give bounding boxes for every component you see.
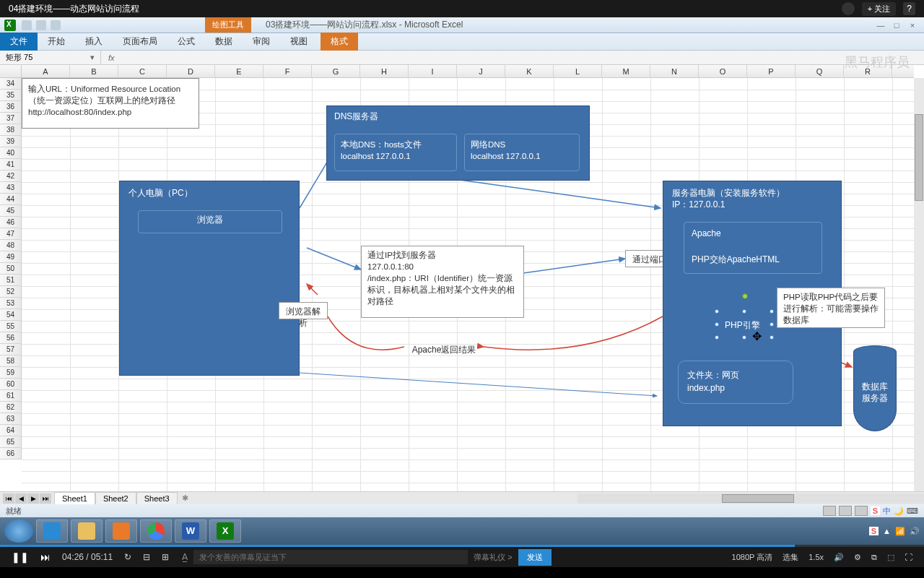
- row-header[interactable]: 38: [0, 124, 22, 136]
- resize-handle[interactable]: [742, 335, 746, 340]
- fullscreen-icon[interactable]: ⛶: [905, 553, 912, 561]
- tray-network-icon[interactable]: 📶: [895, 527, 905, 536]
- page-layout-icon[interactable]: [839, 506, 852, 516]
- taskbar-ie[interactable]: [36, 519, 68, 543]
- row-header[interactable]: 36: [0, 101, 22, 113]
- row-header[interactable]: 46: [0, 217, 22, 228]
- tab-review[interactable]: 审阅: [243, 33, 280, 51]
- hscroll-thumb[interactable]: [722, 494, 794, 503]
- fx-icon[interactable]: fx: [101, 53, 122, 62]
- sheet-tab-1[interactable]: Sheet1: [54, 492, 95, 504]
- ime-cn-icon[interactable]: 中: [883, 506, 891, 517]
- first-sheet-icon[interactable]: ⏮: [3, 493, 14, 504]
- danmu-etiquette[interactable]: 弹幕礼仪 >: [474, 552, 512, 563]
- row-header[interactable]: 57: [0, 344, 22, 355]
- select-all-corner[interactable]: [0, 65, 22, 77]
- sheet-tab-3[interactable]: Sheet3: [136, 492, 178, 504]
- last-sheet-icon[interactable]: ⏭: [40, 493, 51, 504]
- row-header[interactable]: 40: [0, 147, 22, 159]
- col-header[interactable]: D: [167, 65, 215, 77]
- tab-format[interactable]: 格式: [321, 33, 358, 51]
- wide-icon[interactable]: ⬚: [887, 553, 894, 562]
- pc-box[interactable]: 个人电脑（PC） 浏览器: [119, 181, 300, 376]
- col-header[interactable]: Q: [796, 65, 844, 77]
- row-header[interactable]: 55: [0, 321, 22, 332]
- vscroll-thumb[interactable]: [915, 114, 923, 201]
- vertical-scrollbar[interactable]: [914, 78, 924, 491]
- row-header[interactable]: 41: [0, 159, 22, 171]
- row-header[interactable]: 42: [0, 171, 22, 182]
- new-sheet-icon[interactable]: ✱: [178, 493, 193, 503]
- row-header[interactable]: 63: [0, 413, 22, 425]
- row-header[interactable]: 62: [0, 402, 22, 413]
- col-header[interactable]: H: [360, 65, 409, 77]
- maximize-icon[interactable]: □: [889, 20, 904, 30]
- row-header[interactable]: 65: [0, 436, 22, 448]
- row-header[interactable]: 59: [0, 367, 22, 379]
- prev-sheet-icon[interactable]: ◀: [15, 493, 27, 504]
- redo-icon[interactable]: [51, 20, 61, 30]
- row-header[interactable]: 52: [0, 286, 22, 298]
- resize-handle[interactable]: [715, 322, 719, 327]
- col-header[interactable]: E: [215, 65, 263, 77]
- col-header[interactable]: F: [263, 65, 312, 77]
- taskbar-media[interactable]: [105, 519, 137, 543]
- start-button[interactable]: [4, 519, 33, 543]
- undo-icon[interactable]: [36, 20, 46, 30]
- row-header[interactable]: 60: [0, 379, 22, 390]
- resize-handle[interactable]: [715, 335, 719, 340]
- ime-keyboard-icon[interactable]: ⌨: [907, 506, 918, 516]
- quality-selector[interactable]: 1080P 高清: [732, 552, 773, 563]
- row-header[interactable]: 58: [0, 355, 22, 367]
- cell-area[interactable]: DNS服务器 本地DNS：hosts文件 localhost 127.0.0.1…: [22, 78, 914, 491]
- name-box[interactable]: 矩形 75 ▾: [0, 51, 101, 64]
- col-header[interactable]: C: [118, 65, 167, 77]
- resize-handle[interactable]: [770, 309, 774, 314]
- row-header[interactable]: 50: [0, 263, 22, 275]
- taskbar-explorer[interactable]: [71, 519, 103, 543]
- row-header[interactable]: 43: [0, 182, 22, 194]
- settings-icon[interactable]: ⚙: [854, 553, 861, 562]
- col-header[interactable]: I: [409, 65, 457, 77]
- episode-selector[interactable]: 选集: [783, 552, 798, 563]
- row-header[interactable]: 34: [0, 78, 22, 90]
- dns-server-box[interactable]: DNS服务器 本地DNS：hosts文件 localhost 127.0.0.1…: [326, 105, 590, 181]
- col-header[interactable]: A: [22, 65, 70, 77]
- row-header[interactable]: 35: [0, 90, 22, 101]
- row-header[interactable]: 49: [0, 251, 22, 263]
- row-header[interactable]: 39: [0, 136, 22, 147]
- taskbar-excel[interactable]: X: [209, 519, 241, 543]
- row-header[interactable]: 37: [0, 113, 22, 124]
- resize-handle[interactable]: [770, 322, 774, 327]
- col-header[interactable]: G: [312, 65, 360, 77]
- taskbar-chrome[interactable]: [140, 519, 172, 543]
- col-header[interactable]: L: [554, 65, 602, 77]
- row-header[interactable]: 61: [0, 390, 22, 402]
- resize-handle[interactable]: [770, 335, 774, 340]
- volume-icon[interactable]: 🔊: [834, 553, 844, 562]
- uploader-avatar[interactable]: [842, 2, 855, 15]
- normal-view-icon[interactable]: [823, 506, 836, 516]
- spreadsheet-grid[interactable]: ABCDEFGHIJKLMNOPQR 343536373839404142434…: [0, 65, 924, 491]
- row-header[interactable]: 53: [0, 298, 22, 309]
- tab-formula[interactable]: 公式: [167, 33, 205, 51]
- row-header[interactable]: 44: [0, 194, 22, 205]
- php-engine-shape[interactable]: PHP引擎: [725, 319, 760, 332]
- pause-button[interactable]: ❚❚: [12, 551, 29, 563]
- page-break-icon[interactable]: [855, 506, 868, 516]
- col-header[interactable]: O: [699, 65, 747, 77]
- col-header[interactable]: J: [457, 65, 505, 77]
- tray-flag-icon[interactable]: ▲: [883, 527, 891, 535]
- taskbar-word[interactable]: W: [175, 519, 206, 543]
- next-sheet-icon[interactable]: ▶: [27, 493, 39, 504]
- row-header[interactable]: 48: [0, 240, 22, 251]
- next-button[interactable]: ⏭: [40, 551, 51, 563]
- row-header[interactable]: 64: [0, 425, 22, 436]
- help-icon[interactable]: ?: [903, 2, 915, 15]
- row-header[interactable]: 45: [0, 205, 22, 217]
- resize-handle[interactable]: [742, 309, 746, 314]
- tab-layout[interactable]: 页面布局: [113, 33, 167, 51]
- ime-moon-icon[interactable]: 🌙: [894, 506, 904, 516]
- col-header[interactable]: P: [747, 65, 796, 77]
- danmu-settings-icon[interactable]: ⊞: [162, 552, 169, 562]
